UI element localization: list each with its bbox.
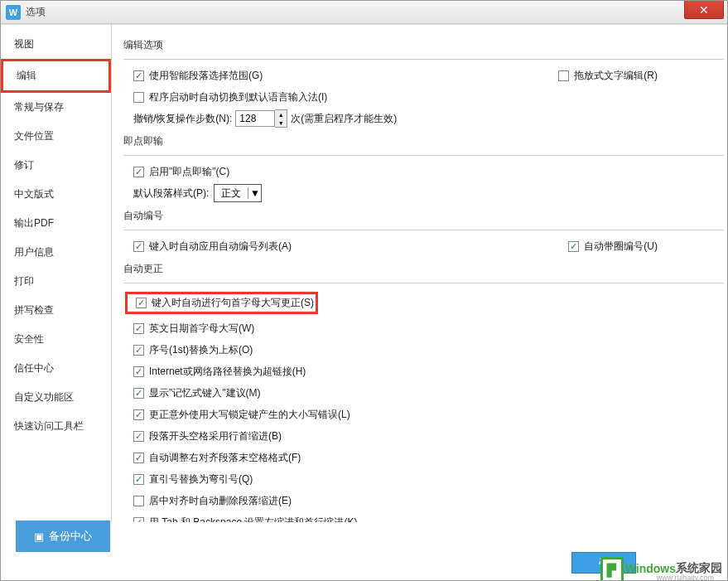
backup-label: 备份中心 xyxy=(49,529,92,544)
undo-spinner[interactable]: ▲▼ xyxy=(235,109,287,128)
checkbox-autocorrect-3[interactable] xyxy=(133,366,144,377)
label-circle-number: 自动带圈编号(U) xyxy=(584,240,658,254)
label-undo-suffix: 次(需重启程序才能生效) xyxy=(291,112,397,126)
spin-down-icon[interactable]: ▼ xyxy=(275,119,287,127)
app-icon: W xyxy=(6,5,21,20)
section-edit-options: 编辑选项 xyxy=(123,38,724,52)
sidebar-item-quick-access[interactable]: 快速访问工具栏 xyxy=(1,412,111,441)
checkbox-smart-paragraph[interactable] xyxy=(133,70,144,81)
label-autocorrect-3: Internet或网络路径替换为超链接(H) xyxy=(149,365,306,379)
label-enable-clicktype: 启用"即点即输"(C) xyxy=(149,165,229,179)
row-smart-drag: 使用智能段落选择范围(G) 拖放式文字编辑(R) xyxy=(133,66,724,85)
checkbox-autocorrect-9[interactable] xyxy=(133,496,144,506)
section-auto-correct: 自动更正 xyxy=(123,262,724,276)
main-area: 视图 编辑 常规与保存 文件位置 修订 中文版式 输出PDF 用户信息 打印 拼… xyxy=(1,24,727,522)
label-autocorrect-2: 序号(1st)替换为上标(O) xyxy=(149,343,253,357)
label-autocorrect-5: 更正意外使用大写锁定键产生的大小写错误(L) xyxy=(149,408,350,422)
label-default-style: 默认段落样式(P): xyxy=(133,186,209,201)
checkbox-autocorrect-7[interactable] xyxy=(133,453,144,463)
label-auto-ime: 程序启动时自动切换到默认语言输入法(I) xyxy=(149,90,327,104)
sidebar-item-security[interactable]: 安全性 xyxy=(1,325,111,354)
close-button[interactable]: ✕ xyxy=(684,1,724,19)
sidebar-item-edit[interactable]: 编辑 xyxy=(1,59,111,93)
sidebar-item-file-location[interactable]: 文件位置 xyxy=(1,122,111,151)
sidebar-item-revision[interactable]: 修订 xyxy=(1,151,111,180)
label-autocorrect-1: 英文日期首字母大写(W) xyxy=(149,322,254,336)
select-value: 正文 xyxy=(215,186,248,201)
select-default-style[interactable]: 正文 ▼ xyxy=(214,184,262,202)
label-apply-list: 键入时自动应用自动编号列表(A) xyxy=(149,240,292,254)
label-smart-paragraph: 使用智能段落选择范围(G) xyxy=(149,69,263,83)
watermark-icon: ▛ xyxy=(600,557,624,580)
titlebar: W 选项 ✕ xyxy=(1,1,727,24)
section-auto-number: 自动编号 xyxy=(123,209,724,223)
checkbox-autocorrect-6[interactable] xyxy=(133,431,144,442)
backup-icon: ▣ xyxy=(34,530,44,543)
checkbox-autocorrect-4[interactable] xyxy=(133,388,144,399)
sidebar-item-general-save[interactable]: 常规与保存 xyxy=(1,93,111,122)
row-default-style: 默认段落样式(P): 正文 ▼ xyxy=(133,184,724,202)
label-autocorrect-4: 显示"记忆式键入"建议(M) xyxy=(149,386,261,400)
checkbox-autocorrect-8[interactable] xyxy=(133,474,144,485)
undo-input[interactable] xyxy=(235,110,275,127)
checkbox-enable-clicktype[interactable] xyxy=(133,167,144,177)
label-autocorrect-9: 居中对齐时自动删除段落缩进(E) xyxy=(149,494,292,508)
label-autocorrect-7: 自动调整右对齐段落末空格格式(F) xyxy=(149,451,301,465)
checkbox-autocorrect-10[interactable] xyxy=(133,517,144,523)
row-enable-clicktype: 启用"即点即输"(C) xyxy=(133,162,724,181)
label-drag-text: 拖放式文字编辑(R) xyxy=(574,69,658,83)
sidebar-item-chinese-layout[interactable]: 中文版式 xyxy=(1,180,111,209)
sidebar-item-custom-ribbon[interactable]: 自定义功能区 xyxy=(1,383,111,412)
checkbox-auto-ime[interactable] xyxy=(133,92,144,103)
spin-up-icon[interactable]: ▲ xyxy=(275,110,287,119)
checkbox-autocorrect-5[interactable] xyxy=(133,409,144,420)
checkbox-circle-number[interactable] xyxy=(568,241,579,252)
label-autocorrect-0: 键入时自动进行句首字母大写更正(S) xyxy=(152,296,314,310)
checkbox-apply-list[interactable] xyxy=(133,241,144,252)
content-panel: 编辑选项 使用智能段落选择范围(G) 拖放式文字编辑(R) 程序启动时自动切换到… xyxy=(112,25,727,522)
label-autocorrect-8: 直引号替换为弯引号(Q) xyxy=(149,472,253,487)
backup-center-button[interactable]: ▣ 备份中心 xyxy=(16,520,110,552)
row-auto-ime: 程序启动时自动切换到默认语言输入法(I) xyxy=(133,88,724,106)
row-auto-number: 键入时自动应用自动编号列表(A) 自动带圈编号(U) xyxy=(133,237,724,255)
checkbox-autocorrect-1[interactable] xyxy=(133,323,144,334)
bottom-bar: ▣ 备份中心 xyxy=(16,520,110,552)
checkbox-autocorrect-0[interactable] xyxy=(136,298,147,308)
divider xyxy=(123,283,724,283)
sidebar-item-user-info[interactable]: 用户信息 xyxy=(1,238,111,267)
checkbox-autocorrect-2[interactable] xyxy=(133,345,144,356)
label-undo: 撤销/恢复操作步数(N): xyxy=(133,112,232,126)
section-click-type: 即点即输 xyxy=(123,134,724,148)
sidebar-item-output-pdf[interactable]: 输出PDF xyxy=(1,209,111,238)
sidebar-item-trust-center[interactable]: 信任中心 xyxy=(1,354,111,383)
watermark: ▛ Windows 系统家园 www.ruihaitv.com xyxy=(600,557,722,580)
highlight-autocorrect-first: 键入时自动进行句首字母大写更正(S) xyxy=(125,292,318,314)
sidebar-item-print[interactable]: 打印 xyxy=(1,267,111,296)
label-autocorrect-6: 段落开头空格采用行首缩进(B) xyxy=(149,429,282,443)
watermark-url: www.ruihaitv.com xyxy=(657,574,714,581)
divider xyxy=(123,59,724,60)
label-autocorrect-10: 用 Tab 和 Backspace 设置左缩进和首行缩进(K) xyxy=(149,516,357,523)
divider xyxy=(123,155,724,156)
window-title: 选项 xyxy=(26,5,46,19)
sidebar-item-view[interactable]: 视图 xyxy=(1,30,111,59)
checkbox-drag-text[interactable] xyxy=(558,70,569,81)
sidebar-item-spellcheck[interactable]: 拼写检查 xyxy=(1,296,111,325)
row-undo-steps: 撤销/恢复操作步数(N): ▲▼ 次(需重启程序才能生效) xyxy=(133,109,724,128)
divider xyxy=(123,230,724,230)
sidebar: 视图 编辑 常规与保存 文件位置 修订 中文版式 输出PDF 用户信息 打印 拼… xyxy=(1,25,112,522)
chevron-down-icon: ▼ xyxy=(248,187,261,199)
